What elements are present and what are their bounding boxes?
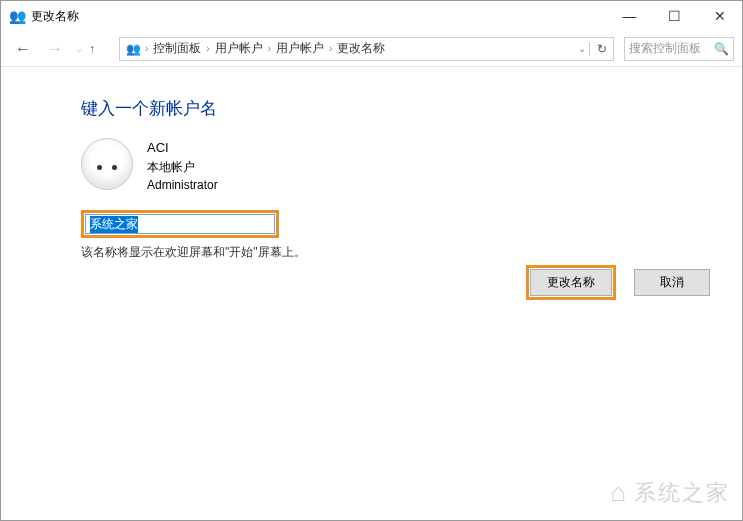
- user-accounts-icon: 👥: [9, 8, 25, 24]
- close-button[interactable]: ✕: [697, 1, 742, 31]
- account-name: ACI: [147, 138, 218, 158]
- window-title: 更改名称: [31, 8, 607, 25]
- back-button[interactable]: ←: [9, 35, 37, 63]
- up-button[interactable]: ↑: [89, 42, 109, 56]
- watermark: ⌂ 系统之家: [610, 477, 730, 508]
- user-accounts-small-icon: 👥: [124, 40, 142, 58]
- breadcrumb-segment[interactable]: 更改名称: [335, 40, 387, 57]
- avatar: [81, 138, 133, 190]
- search-icon: 🔍: [714, 42, 729, 56]
- breadcrumb-dropdown-icon[interactable]: ⌄: [578, 43, 586, 54]
- search-placeholder: 搜索控制面板: [629, 40, 714, 57]
- account-info: ACI 本地帐户 Administrator: [81, 138, 742, 194]
- maximize-button[interactable]: ☐: [652, 1, 697, 31]
- titlebar: 👥 更改名称 — ☐ ✕: [1, 1, 742, 31]
- highlight-input: [81, 210, 279, 239]
- window-controls: — ☐ ✕: [607, 1, 742, 31]
- cancel-button[interactable]: 取消: [634, 269, 710, 296]
- account-role: Administrator: [147, 176, 218, 194]
- breadcrumb-segment[interactable]: 用户帐户: [213, 40, 265, 57]
- page-title: 键入一个新帐户名: [81, 97, 742, 120]
- highlight-confirm: 更改名称: [526, 265, 616, 300]
- recent-dropdown-icon[interactable]: ⌄: [73, 35, 85, 63]
- account-details: ACI 本地帐户 Administrator: [147, 138, 218, 194]
- breadcrumb-segment[interactable]: 用户帐户: [274, 40, 326, 57]
- minimize-button[interactable]: —: [607, 1, 652, 31]
- breadcrumb[interactable]: 👥 › 控制面板 › 用户帐户 › 用户帐户 › 更改名称 ⌄ ↻: [119, 37, 614, 61]
- refresh-button[interactable]: ↻: [589, 42, 609, 56]
- chevron-right-icon: ›: [145, 43, 148, 54]
- watermark-text: 系统之家: [634, 478, 730, 508]
- account-type: 本地帐户: [147, 158, 218, 176]
- chevron-right-icon: ›: [329, 43, 332, 54]
- confirm-button[interactable]: 更改名称: [530, 269, 612, 296]
- breadcrumb-segment[interactable]: 控制面板: [151, 40, 203, 57]
- new-name-input[interactable]: [85, 214, 275, 234]
- button-row: 更改名称 取消: [526, 265, 710, 300]
- house-icon: ⌂: [610, 477, 628, 508]
- content-area: 键入一个新帐户名 ACI 本地帐户 Administrator 该名称将显示在欢…: [1, 67, 742, 261]
- hint-text: 该名称将显示在欢迎屏幕和"开始"屏幕上。: [81, 244, 742, 261]
- search-input[interactable]: 搜索控制面板 🔍: [624, 37, 734, 61]
- nav-toolbar: ← → ⌄ ↑ 👥 › 控制面板 › 用户帐户 › 用户帐户 › 更改名称 ⌄ …: [1, 31, 742, 67]
- chevron-right-icon: ›: [268, 43, 271, 54]
- forward-button[interactable]: →: [41, 35, 69, 63]
- chevron-right-icon: ›: [206, 43, 209, 54]
